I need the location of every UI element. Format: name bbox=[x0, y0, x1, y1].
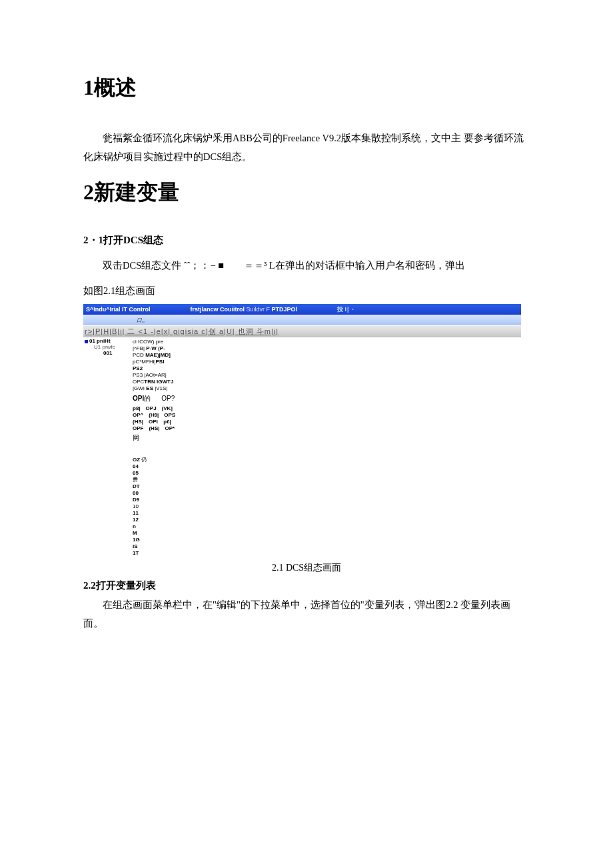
detail-block-3: OZ 仍0405费DT00D9101112nM1GIS1T bbox=[133, 457, 175, 557]
detail-row: OPF (HS| OP* bbox=[133, 425, 175, 432]
tree-root-icon bbox=[85, 340, 88, 343]
titlebar-project-c: PTDJPOl bbox=[272, 306, 298, 313]
detail-opi-row: OPI的 OP? bbox=[133, 395, 175, 403]
overview-paragraph: 瓮福紫金循环流化床锅炉釆用ABB公司的Freelance V9.2版本集散控制系… bbox=[83, 129, 530, 166]
app-workspace: 01 pniHt U1 prwfc 001 ci ICOW) pre|^FB| … bbox=[83, 337, 521, 557]
detail-row: |^FB| P-W (P- bbox=[133, 345, 175, 352]
detail-row: PS3 |AOt«AR| bbox=[133, 372, 175, 379]
detail-row: OPCTRN IGWTJ bbox=[133, 379, 175, 385]
detail-list-item: 05 bbox=[133, 470, 175, 477]
detail-list-item: DT bbox=[133, 483, 175, 490]
detail-list-item: 11 bbox=[133, 510, 175, 517]
detail-list-item: 12 bbox=[133, 517, 175, 523]
detail-row: OP^ (H9| OPS bbox=[133, 412, 175, 419]
project-tree[interactable]: 01 pniHt U1 prwfc 001 bbox=[83, 337, 130, 356]
heading-new-variable: 2新建变量 bbox=[83, 178, 530, 207]
titlebar-project: frstjlancw Couiitrol Suildvr F PTDJPOl bbox=[191, 306, 298, 313]
heading-open-varlist: 2.2打开变量列表 bbox=[83, 579, 530, 592]
titlebar-product: S^Indu^Irial IT Control bbox=[86, 306, 151, 313]
open-dcs-paragraph-1: 双击DCS组态文件 ˆˆ；：− ■ ＝＝³ L在弹出的对话框中输入用户名和密码，… bbox=[83, 257, 530, 275]
detail-net: 网 bbox=[133, 434, 175, 443]
open-varlist-paragraph: 在组态画面菜单栏中，在"编辑"的下拉菜单中，选择首位的"变量列表，'弹出图2.2… bbox=[83, 596, 530, 633]
detail-list-item: 1G bbox=[133, 537, 175, 543]
opi-left: OPI bbox=[133, 395, 144, 402]
tree-root-label: 01 pniHt bbox=[89, 338, 111, 344]
detail-block-2: p8| OPJ (VK]OP^ (H9| OPS(HS| OPt p£|OPF … bbox=[133, 405, 175, 432]
menubar-text: 口,, bbox=[137, 317, 145, 324]
heading-overview: 1概述 bbox=[83, 73, 530, 103]
detail-list-item: 10 bbox=[133, 503, 175, 510]
detail-list-item: 费 bbox=[133, 477, 175, 483]
figure-caption-2-1: 2.1 DCS组态画面 bbox=[83, 562, 530, 574]
detail-row: PS2 bbox=[133, 365, 175, 372]
opi-mid: 的 bbox=[144, 395, 151, 402]
detail-list-item: OZ 仍 bbox=[133, 457, 175, 463]
detail-row: |GWI ES |V1S| bbox=[133, 385, 175, 392]
embedded-app-screenshot: S^Indu^Irial IT Control frstjlancw Couii… bbox=[83, 304, 521, 557]
detail-list-item: 1T bbox=[133, 550, 175, 557]
detail-list-item: IS bbox=[133, 543, 175, 550]
detail-row: p8| OPJ (VK] bbox=[133, 405, 175, 412]
detail-row: ci ICOW) pre bbox=[133, 339, 175, 345]
heading-open-dcs: 2・1打开DCS组态 bbox=[83, 234, 530, 247]
app-toolbar[interactable]: r>|P|H|B|i| 二 <1 -|e|x| gigisia c]创 a|U|… bbox=[83, 325, 521, 337]
detail-panel: ci ICOW) pre|^FB| P-W (P- PCD MAE)|MD] p… bbox=[130, 337, 175, 557]
detail-list-item: M bbox=[133, 530, 175, 537]
titlebar-extra: 投 I∣・ bbox=[337, 305, 356, 314]
titlebar-project-a: frstjlancw Couiitrol bbox=[191, 306, 245, 313]
detail-list-item: D9 bbox=[133, 497, 175, 503]
toolbar-items: r>|P|H|B|i| 二 <1 -|e|x| gigisia c]创 a|U|… bbox=[85, 327, 279, 337]
detail-list-item: n bbox=[133, 523, 175, 530]
app-menubar[interactable]: 口,, bbox=[83, 315, 521, 325]
open-dcs-paragraph-2: 如图2.1组态画面 bbox=[83, 282, 530, 301]
detail-row: PCD MAE)|MD] bbox=[133, 352, 175, 359]
tree-node-2[interactable]: 001 bbox=[85, 351, 130, 357]
titlebar-project-b: Suildvr F bbox=[245, 306, 272, 313]
opi-right: OP? bbox=[161, 395, 175, 402]
detail-row: pC*MFHi|PSI bbox=[133, 359, 175, 365]
detail-list-item: 00 bbox=[133, 490, 175, 497]
detail-list-item: 04 bbox=[133, 463, 175, 470]
app-titlebar: S^Indu^Irial IT Control frstjlancw Couii… bbox=[83, 304, 521, 315]
detail-block-1: ci ICOW) pre|^FB| P-W (P- PCD MAE)|MD] p… bbox=[133, 339, 175, 392]
detail-row: (HS| OPt p£| bbox=[133, 419, 175, 425]
